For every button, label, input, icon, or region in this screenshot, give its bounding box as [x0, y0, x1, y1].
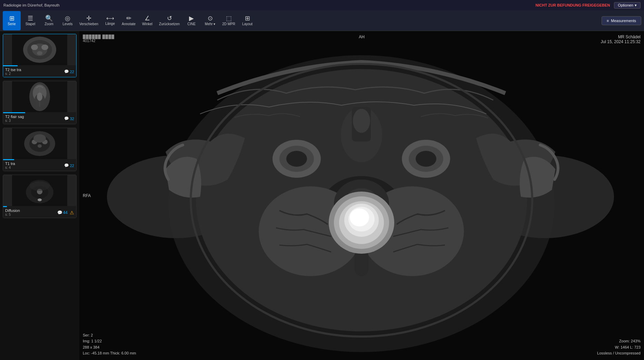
winkel-label: Winkel: [142, 22, 152, 26]
verschieben-icon: ✛: [86, 15, 91, 21]
zuruecksetzen-label: Zurücksetzen: [159, 22, 180, 26]
series-count-2: 💬 32: [64, 116, 74, 121]
layout-icon: ⊞: [245, 15, 250, 21]
list-icon: ≡: [607, 19, 609, 23]
series-thumb-2: [3, 81, 76, 112]
series-num-2: s: 3: [5, 119, 24, 123]
measurements-label: Measurements: [611, 19, 636, 23]
levels-label: Levels: [63, 22, 73, 26]
laenge-label: Länge: [105, 22, 115, 26]
series-count-4: 💬 44 ⚠: [57, 210, 74, 215]
series-count-1: 💬 22: [64, 69, 74, 74]
cine-icon: ▶: [189, 15, 194, 21]
tool-zoom[interactable]: 🔍 Zoom: [40, 11, 58, 30]
options-button[interactable]: Optionen ▾: [614, 2, 641, 9]
svg-point-41: [286, 151, 307, 167]
series-info-3: T1 tra s: 4 💬 22: [3, 160, 76, 171]
laenge-icon: ⟷: [106, 16, 114, 21]
topbar-right: NICHT ZUR BEFUNDUNG FREIGEGEBEN Optionen…: [536, 2, 641, 9]
zoom-label: Zoom: [44, 22, 53, 26]
svg-point-44: [416, 151, 436, 167]
tool-laenge[interactable]: ⟷ Länge: [101, 11, 119, 30]
svg-point-47: [353, 109, 370, 133]
svg-point-19: [33, 134, 46, 143]
tool-mehr[interactable]: ⊙ Mehr ▾: [201, 11, 219, 30]
measurements-button[interactable]: ≡ Measurements: [602, 16, 641, 25]
tool-zuruecksetzen[interactable]: ↺ Zurücksetzen: [157, 11, 182, 30]
comment-icon-2: 💬: [64, 116, 69, 121]
cine-label: CINE: [187, 22, 196, 26]
sidebar: T2 tse tra s: 2 💬 22: [0, 31, 79, 360]
stapel-icon: ☰: [28, 15, 33, 21]
annotate-label: Annotate: [122, 22, 136, 26]
series-thumb-3: [3, 128, 76, 159]
series-num-1: s: 2: [5, 72, 21, 76]
svg-point-55: [354, 212, 362, 219]
toolbar: ⊞ Serie ☰ Stapel 🔍 Zoom ◎ Levels ✛ Versc…: [0, 10, 644, 31]
series-name-3: T1 tra: [5, 162, 15, 166]
series-item-4[interactable]: Diffusion s: 5 💬 44 ⚠: [3, 175, 77, 218]
series-info-2: T2 flair sag s: 3 💬 32: [3, 113, 76, 124]
winkel-icon: ∠: [145, 15, 150, 21]
2dmpr-label: 2D MPR: [222, 22, 235, 26]
2dmpr-icon: ⬚: [226, 15, 232, 21]
not-released-label: NICHT ZUR BEFUNDUNG FREIGEGEBEN: [536, 3, 610, 7]
institution-label: Radiologie im Dürerhof, Bayreuth: [3, 3, 60, 7]
levels-icon: ◎: [65, 15, 70, 21]
verschieben-label: Verschieben: [79, 22, 98, 26]
series-info-1: T2 tse tra s: 2 💬 22: [3, 66, 76, 77]
annotate-icon: ✏: [126, 15, 131, 21]
zoom-icon: 🔍: [45, 15, 53, 21]
zuruecksetzen-icon: ↺: [167, 15, 172, 21]
svg-point-18: [38, 144, 42, 148]
mehr-icon: ⊙: [208, 15, 213, 21]
series-item-3[interactable]: T1 tra s: 4 💬 22: [3, 128, 77, 171]
tool-serie[interactable]: ⊞ Serie: [3, 11, 21, 30]
main-area: T2 tse tra s: 2 💬 22: [0, 31, 644, 360]
series-thumb-1: [3, 34, 76, 65]
warning-icon-4: ⚠: [70, 210, 74, 215]
series-info-4: Diffusion s: 5 💬 44 ⚠: [3, 207, 76, 218]
tool-2dmpr[interactable]: ⬚ 2D MPR: [220, 11, 238, 30]
series-num-4: s: 5: [5, 213, 20, 216]
mehr-label: Mehr ▾: [205, 22, 216, 26]
svg-point-4: [31, 45, 38, 50]
svg-point-25: [29, 180, 50, 191]
tool-winkel[interactable]: ∠ Winkel: [138, 11, 156, 30]
svg-point-6: [37, 51, 42, 55]
series-item-2[interactable]: T2 flair sag s: 3 💬 32: [3, 81, 77, 124]
tool-verschieben[interactable]: ✛ Verschieben: [77, 11, 100, 30]
serie-label: Serie: [8, 22, 16, 26]
series-item-1[interactable]: T2 tse tra s: 2 💬 22: [3, 34, 77, 77]
series-thumb-4: [3, 175, 76, 206]
series-name-2: T2 flair sag: [5, 115, 24, 119]
tool-layout[interactable]: ⊞ Layout: [238, 11, 256, 30]
series-name-1: T2 tse tra: [5, 68, 21, 72]
series-count-3: 💬 22: [64, 163, 74, 168]
comment-icon-1: 💬: [64, 69, 69, 74]
tool-stapel[interactable]: ☰ Stapel: [21, 11, 39, 30]
tool-cine[interactable]: ▶ CINE: [182, 11, 200, 30]
mri-viewer[interactable]: ██████ ████ 401742 MR Schädel Jul 15, 20…: [79, 31, 644, 360]
comment-icon-4: 💬: [57, 210, 62, 215]
stapel-label: Stapel: [26, 22, 35, 26]
layout-label: Layout: [242, 22, 252, 26]
topbar: Radiologie im Dürerhof, Bayreuth NICHT Z…: [0, 0, 644, 10]
tool-annotate[interactable]: ✏ Annotate: [120, 11, 138, 30]
serie-icon: ⊞: [9, 15, 14, 21]
series-name-4: Diffusion: [5, 208, 20, 213]
chevron-down-icon: ▾: [635, 3, 637, 8]
svg-point-24: [38, 198, 42, 201]
options-label: Optionen: [618, 3, 633, 7]
series-num-3: s: 4: [5, 166, 15, 169]
svg-point-5: [41, 45, 48, 50]
comment-icon-3: 💬: [64, 163, 69, 168]
tool-levels[interactable]: ◎ Levels: [59, 11, 77, 30]
